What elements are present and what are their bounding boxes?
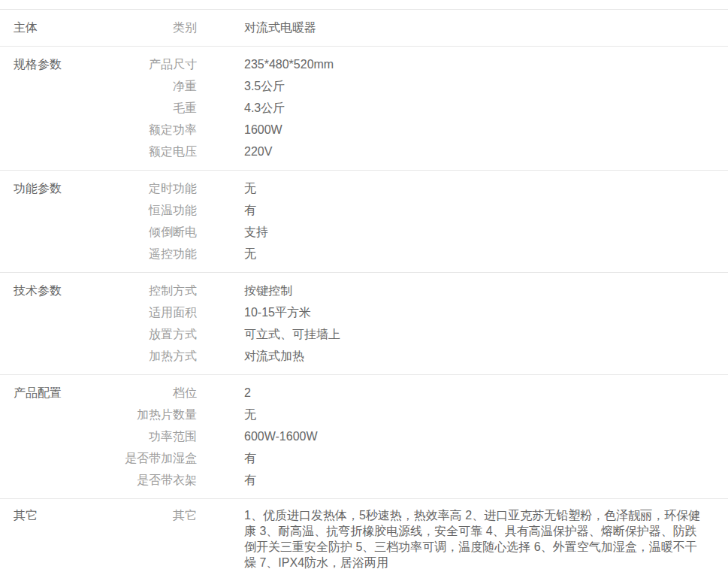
spec-row: 额定功率 1600W [120, 119, 728, 141]
spec-row: 定时功能 无 [120, 177, 728, 199]
spec-value: 有 [244, 447, 728, 469]
spec-value: 3.5公斤 [244, 75, 728, 97]
spec-row: 其它 1、优质进口发热体，5秒速热，热效率高 2、进口亚克苏无铅塑粉，色泽靓丽，… [120, 507, 728, 570]
spec-label: 功率范围 [120, 425, 197, 447]
spec-value: 对流式加热 [244, 345, 728, 367]
spec-section-1: 主体 类别 对流式电暖器 [0, 9, 728, 46]
section-title: 功能参数 [0, 177, 120, 265]
spec-row: 倾倒断电 支持 [120, 221, 728, 243]
spec-label: 毛重 [120, 97, 197, 119]
spec-row: 毛重 4.3公斤 [120, 97, 728, 119]
spec-label: 倾倒断电 [120, 221, 197, 243]
spec-row: 类别 对流式电暖器 [120, 17, 728, 38]
spec-value: 无 [244, 243, 728, 265]
spec-label: 类别 [120, 17, 197, 38]
spec-value: 220V [244, 141, 728, 162]
spec-row: 遥控功能 无 [120, 243, 728, 265]
section-rows: 定时功能 无 恒温功能 有 倾倒断电 支持 遥控功能 无 [120, 177, 728, 265]
spec-value: 无 [244, 404, 728, 425]
product-spec-table: 主体 类别 对流式电暖器 规格参数 产品尺寸 235*480*520mm 净重 … [0, 0, 728, 587]
spec-row: 档位 2 [120, 382, 728, 404]
spec-section-2: 规格参数 产品尺寸 235*480*520mm 净重 3.5公斤 毛重 4.3公… [0, 46, 728, 170]
spec-value: 有 [244, 469, 728, 491]
spec-row: 加热片数量 无 [120, 404, 728, 425]
section-title: 技术参数 [0, 280, 120, 367]
section-title: 产品配置 [0, 382, 120, 491]
spec-value: 600W-1600W [244, 425, 728, 447]
spec-row: 净重 3.5公斤 [120, 75, 728, 97]
spec-label: 产品尺寸 [120, 53, 197, 75]
spec-value: 235*480*520mm [244, 53, 728, 75]
spec-value: 2 [244, 382, 728, 404]
section-rows: 产品尺寸 235*480*520mm 净重 3.5公斤 毛重 4.3公斤 额定功… [120, 53, 728, 162]
spec-label: 档位 [120, 382, 197, 404]
spec-value: 可立式、可挂墙上 [244, 323, 728, 345]
spec-label: 放置方式 [120, 323, 197, 345]
section-rows: 其它 1、优质进口发热体，5秒速热，热效率高 2、进口亚克苏无铅塑粉，色泽靓丽，… [120, 507, 728, 570]
spec-row: 控制方式 按键控制 [120, 280, 728, 301]
section-rows: 档位 2 加热片数量 无 功率范围 600W-1600W 是否带加湿盒 有 是否… [120, 382, 728, 491]
spec-row: 加热方式 对流式加热 [120, 345, 728, 367]
spec-row: 放置方式 可立式、可挂墙上 [120, 323, 728, 345]
spec-section-4: 技术参数 控制方式 按键控制 适用面积 10-15平方米 放置方式 可立式、可挂… [0, 272, 728, 374]
section-rows: 类别 对流式电暖器 [120, 17, 728, 38]
spec-label: 遥控功能 [120, 243, 197, 265]
spec-label: 适用面积 [120, 301, 197, 323]
spec-row: 恒温功能 有 [120, 199, 728, 221]
section-rows: 控制方式 按键控制 适用面积 10-15平方米 放置方式 可立式、可挂墙上 加热… [120, 280, 728, 367]
spec-value: 无 [244, 177, 728, 199]
section-title: 规格参数 [0, 53, 120, 162]
spec-row: 额定电压 220V [120, 141, 728, 162]
spec-value: 1600W [244, 119, 728, 141]
section-title: 主体 [0, 17, 120, 38]
spec-label: 额定功率 [120, 119, 197, 141]
spec-row: 适用面积 10-15平方米 [120, 301, 728, 323]
spec-label: 其它 [120, 507, 197, 523]
spec-value: 4.3公斤 [244, 97, 728, 119]
spec-row: 产品尺寸 235*480*520mm [120, 53, 728, 75]
spec-section-5: 产品配置 档位 2 加热片数量 无 功率范围 600W-1600W 是否带加湿盒… [0, 374, 728, 498]
spec-value: 有 [244, 199, 728, 221]
spec-label: 额定电压 [120, 141, 197, 162]
section-title: 其它 [0, 507, 120, 570]
spec-label: 加热片数量 [120, 404, 197, 425]
spec-row: 是否带衣架 有 [120, 469, 728, 491]
spec-row: 功率范围 600W-1600W [120, 425, 728, 447]
spec-section-6: 其它 其它 1、优质进口发热体，5秒速热，热效率高 2、进口亚克苏无铅塑粉，色泽… [0, 498, 728, 579]
spec-label: 控制方式 [120, 280, 197, 301]
spec-value: 按键控制 [244, 280, 728, 301]
spec-label: 定时功能 [120, 177, 197, 199]
spec-value: 支持 [244, 221, 728, 243]
spec-label: 净重 [120, 75, 197, 97]
spec-section-3: 功能参数 定时功能 无 恒温功能 有 倾倒断电 支持 遥控功能 无 [0, 170, 728, 272]
spec-value: 1、优质进口发热体，5秒速热，热效率高 2、进口亚克苏无铅塑粉，色泽靓丽，环保健… [244, 507, 728, 570]
spec-label: 是否带衣架 [120, 469, 197, 491]
spec-label: 是否带加湿盒 [120, 447, 197, 469]
spec-value: 对流式电暖器 [244, 17, 728, 38]
spec-label: 恒温功能 [120, 199, 197, 221]
spec-row: 是否带加湿盒 有 [120, 447, 728, 469]
spec-label: 加热方式 [120, 345, 197, 367]
spec-value: 10-15平方米 [244, 301, 728, 323]
